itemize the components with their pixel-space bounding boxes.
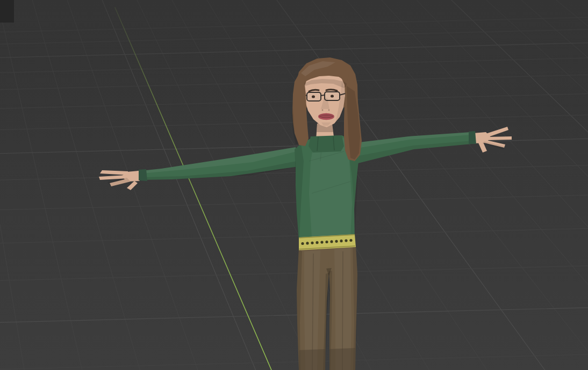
belt-dot xyxy=(325,241,328,243)
belt-dot xyxy=(320,241,323,244)
right-cuff xyxy=(469,131,476,144)
viewport-canvas[interactable] xyxy=(0,0,588,370)
left-shoe xyxy=(299,349,325,370)
left-eye xyxy=(312,95,315,98)
belt-dot xyxy=(315,241,318,244)
belt-dot xyxy=(306,242,309,244)
3d-viewport[interactable] xyxy=(0,0,588,370)
collar xyxy=(309,135,344,153)
nostril xyxy=(328,110,330,111)
right-finger xyxy=(487,136,512,140)
nostril xyxy=(322,110,324,111)
belt-dot xyxy=(340,240,342,242)
belt-dot xyxy=(335,240,338,243)
belt-dot xyxy=(311,242,313,244)
left-cuff xyxy=(139,169,147,181)
belt-dot xyxy=(345,240,347,242)
belt-dot xyxy=(330,240,333,243)
belt-dot xyxy=(349,239,352,242)
right-eye xyxy=(331,95,334,97)
lips xyxy=(318,113,334,120)
right-shoe xyxy=(329,348,355,370)
belt-dot xyxy=(301,242,304,245)
panel-corner xyxy=(0,0,14,23)
